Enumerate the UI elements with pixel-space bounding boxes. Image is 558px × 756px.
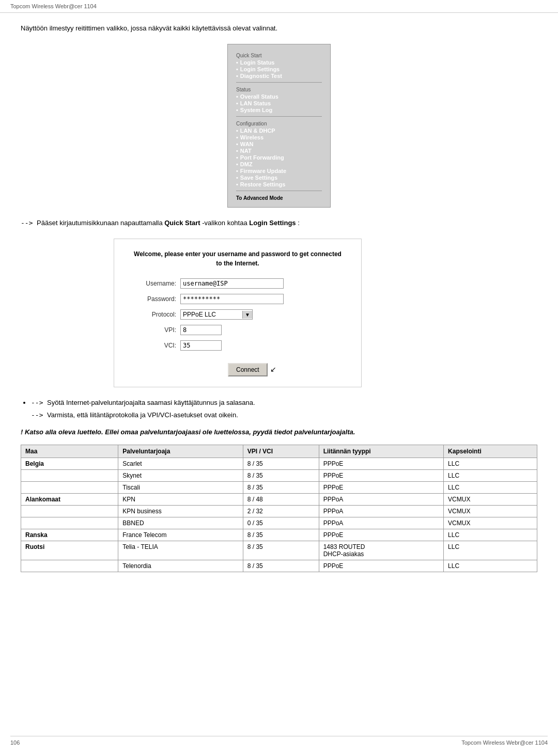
menu-item-dmz[interactable]: DMZ [236, 161, 322, 167]
header-title: Topcom Wireless Webr@cer 1104 [10, 3, 97, 9]
vci-row: VCI: [130, 340, 346, 351]
page-footer: 106 Topcom Wireless Webr@cer 1104 [10, 736, 548, 746]
router-menu: Quick Start Login Status Login Settings … [227, 44, 331, 208]
cell-provider: Tiscali [118, 481, 243, 493]
col-header-encap: Kapselointi [444, 445, 537, 458]
arrow-text-mid: -valikon kohtaa [202, 219, 249, 227]
table-header-row: Maa Palveluntarjoaja VPI / VCI Liitännän… [21, 445, 537, 458]
cursor-icon: ↙ [270, 365, 276, 373]
password-input[interactable] [180, 294, 284, 304]
arrow-prefix-1: --> [21, 219, 33, 227]
vpi-row: VPI: [130, 325, 346, 335]
cell-provider: Telia - TELIA [118, 541, 243, 560]
cell-provider: France Telecom [118, 529, 243, 541]
cell-vpi-vci: 8 / 35 [243, 560, 319, 572]
bullet-item-1: --> Syötä Internet-palveluntarjoajalta s… [31, 398, 537, 408]
cell-encap: LLC [444, 529, 537, 541]
login-box: Welcome, please enter your username and … [114, 239, 362, 387]
connect-button[interactable]: Connect [228, 363, 268, 376]
cell-vpi-vci: 8 / 48 [243, 493, 319, 505]
menu-item-port-forwarding[interactable]: Port Forwarding [236, 154, 322, 161]
cell-provider: Scarlet [118, 458, 243, 469]
menu-item-system-log[interactable]: System Log [236, 107, 322, 113]
menu-item-login-status[interactable]: Login Status [236, 59, 322, 66]
vci-input[interactable] [180, 340, 222, 351]
menu-item-lan-dhcp[interactable]: LAN & DHCP [236, 128, 322, 134]
menu-image-area: Quick Start Login Status Login Settings … [21, 44, 537, 208]
username-label: Username: [130, 280, 176, 287]
cell-provider: KPN business [118, 505, 243, 517]
page-header: Topcom Wireless Webr@cer 1104 [0, 0, 558, 13]
menu-item-wireless[interactable]: Wireless [236, 134, 322, 140]
isp-table: Maa Palveluntarjoaja VPI / VCI Liitännän… [21, 445, 537, 572]
vpi-input[interactable] [180, 325, 222, 335]
password-label: Password: [130, 295, 176, 303]
cell-country: Ranska [21, 529, 118, 541]
table-row: BelgiaScarlet8 / 35PPPoELLC [21, 458, 537, 469]
quick-start-label: Quick Start [164, 219, 200, 227]
table-row: BBNED0 / 35PPPoAVCMUX [21, 517, 537, 529]
cell-type: PPPoE [319, 458, 443, 469]
cell-encap: LLC [444, 481, 537, 493]
arrow-text-before: Pääset kirjautumisikkunaan napauttamalla [37, 219, 164, 227]
col-header-vpi-vci: VPI / VCI [243, 445, 319, 458]
arrow-text-end: : [298, 219, 300, 227]
cell-encap: LLC [444, 469, 537, 481]
isp-table-body: BelgiaScarlet8 / 35PPPoELLCSkynet8 / 35P… [21, 458, 537, 572]
table-row: RuotsiTelia - TELIA8 / 351483 ROUTEDDHCP… [21, 541, 537, 560]
cell-encap: LLC [444, 560, 537, 572]
table-row: Tiscali8 / 35PPPoELLC [21, 481, 537, 493]
menu-item-login-settings[interactable]: Login Settings [236, 66, 322, 72]
cell-country: Alankomaat [21, 493, 118, 505]
menu-item-lan-status[interactable]: LAN Status [236, 100, 322, 106]
footer-page-number: 106 [10, 739, 20, 746]
cell-country: Ruotsi [21, 541, 118, 560]
menu-item-nat[interactable]: NAT [236, 148, 322, 154]
col-header-country: Maa [21, 445, 118, 458]
menu-item-firmware-update[interactable]: Firmware Update [236, 168, 322, 174]
bullet-item-2: --> Varmista, että liitäntäprotokolla ja… [21, 410, 537, 420]
cell-encap: LLC [444, 458, 537, 469]
cell-country [21, 517, 118, 529]
protocol-select[interactable]: PPPoE LLC ▼ [180, 309, 253, 320]
menu-item-diagnostic-test[interactable]: Diagnostic Test [236, 73, 322, 79]
connect-row: Connect ↙ [176, 358, 346, 376]
cell-vpi-vci: 8 / 35 [243, 469, 319, 481]
configuration-header: Configuration [236, 121, 322, 127]
menu-item-wan[interactable]: WAN [236, 141, 322, 147]
cell-country: Belgia [21, 458, 118, 469]
vpi-label: VPI: [130, 326, 176, 334]
advanced-mode-link[interactable]: To Advanced Mode [236, 195, 322, 201]
cell-country [21, 560, 118, 572]
username-input[interactable] [180, 278, 284, 289]
cell-provider: Telenordia [118, 560, 243, 572]
cell-country [21, 505, 118, 517]
table-row: Skynet8 / 35PPPoELLC [21, 469, 537, 481]
menu-item-overall-status[interactable]: Overall Status [236, 93, 322, 100]
col-header-type: Liitännän tyyppi [319, 445, 443, 458]
main-content: Näyttöön ilmestyy reitittimen valikko, j… [0, 13, 558, 603]
quick-start-header: Quick Start [236, 53, 322, 58]
dropdown-arrow-icon[interactable]: ▼ [242, 311, 252, 319]
cell-provider: BBNED [118, 517, 243, 529]
password-row: Password: [130, 294, 346, 304]
bullet-text-1: Syötä Internet-palveluntarjoajalta saama… [47, 399, 255, 406]
bullet-text-2: Varmista, että liitäntäprotokolla ja VPI… [47, 411, 238, 419]
footer-title: Topcom Wireless Webr@cer 1104 [461, 739, 548, 746]
cell-type: PPPoA [319, 517, 443, 529]
protocol-label: Protocol: [130, 311, 176, 318]
menu-item-save-settings[interactable]: Save Settings [236, 175, 322, 181]
cell-type: PPPoE [319, 469, 443, 481]
instruction-bullets: --> Syötä Internet-palveluntarjoajalta s… [31, 398, 537, 420]
menu-item-restore-settings[interactable]: Restore Settings [236, 181, 322, 187]
cell-vpi-vci: 8 / 35 [243, 458, 319, 469]
cell-provider: Skynet [118, 469, 243, 481]
cell-type: PPPoE [319, 560, 443, 572]
col-header-provider: Palveluntarjoaja [118, 445, 243, 458]
cell-country [21, 481, 118, 493]
protocol-value: PPPoE LLC [181, 310, 242, 319]
login-settings-label: Login Settings [249, 219, 296, 227]
protocol-row: Protocol: PPPoE LLC ▼ [130, 309, 346, 320]
cell-vpi-vci: 2 / 32 [243, 505, 319, 517]
cell-type: PPPoA [319, 493, 443, 505]
